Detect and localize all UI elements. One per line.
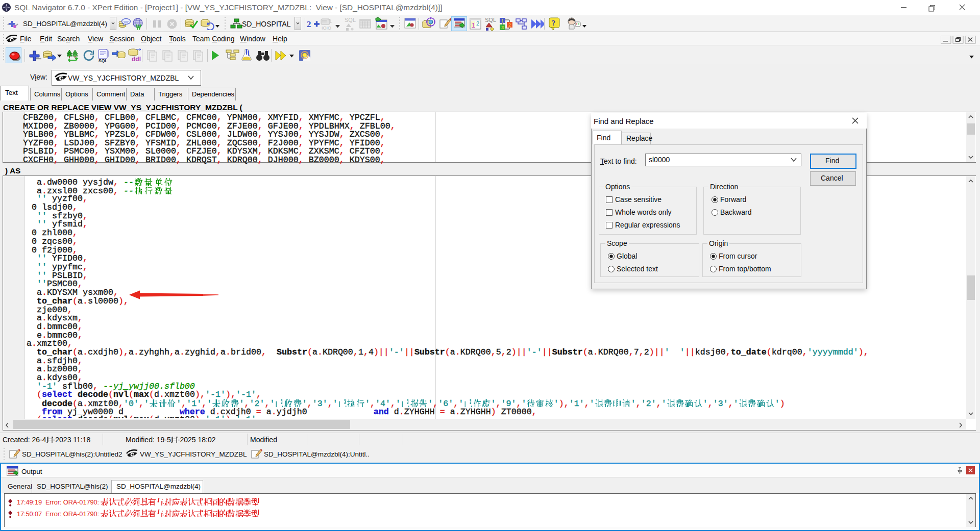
svg-text:IOIO: IOIO — [322, 26, 331, 30]
svg-text:SQL: SQL — [99, 58, 107, 63]
svg-text:1: 1 — [501, 18, 504, 23]
svg-text:2: 2 — [508, 22, 511, 28]
svg-text:SQL: SQL — [485, 17, 496, 23]
svg-text:1: 1 — [472, 21, 475, 29]
svg-text:SQL: SQL — [345, 17, 356, 23]
svg-text:3: 3 — [501, 25, 504, 30]
svg-text:?: ? — [552, 19, 555, 27]
svg-text:2: 2 — [307, 19, 311, 29]
svg-text:ddl: ddl — [132, 56, 141, 62]
svg-text:2: 2 — [476, 20, 479, 27]
